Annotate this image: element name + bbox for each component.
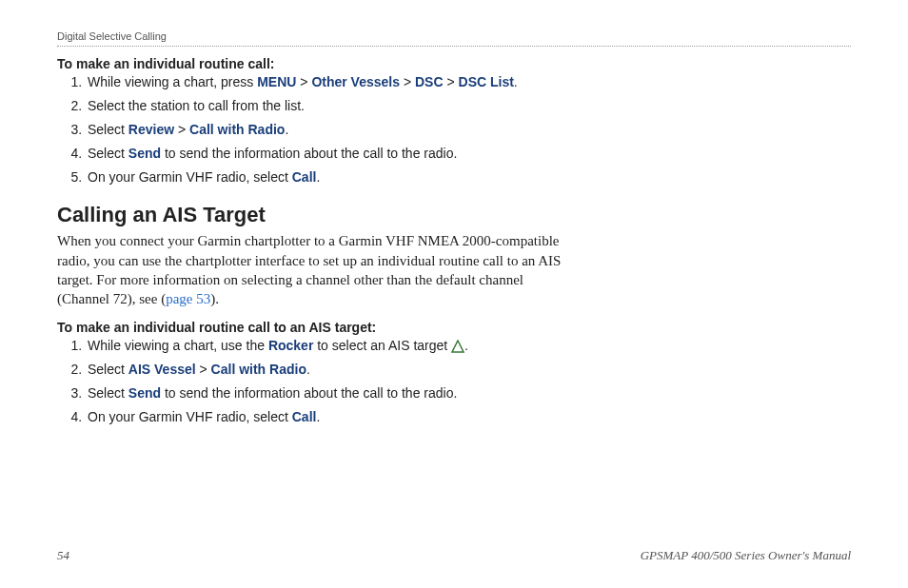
- ais-section-title: Calling an AIS Target: [57, 203, 571, 227]
- dsc-list-keyword: DSC List: [459, 74, 514, 89]
- call-with-radio-keyword: Call with Radio: [189, 122, 285, 137]
- ais-step-1: While viewing a chart, use the Rocker to…: [86, 337, 571, 355]
- other-vessels-keyword: Other Vessels: [311, 74, 400, 89]
- step-5: On your Garmin VHF radio, select Call.: [86, 168, 571, 186]
- page-footer: 54 GPSMAP 400/500 Series Owner's Manual: [57, 548, 851, 563]
- ais-vessel-keyword: AIS Vessel: [128, 362, 196, 377]
- ais-paragraph: When you connect your Garmin chartplotte…: [57, 231, 571, 308]
- manual-title: GPSMAP 400/500 Series Owner's Manual: [641, 548, 851, 563]
- menu-keyword: MENU: [257, 74, 296, 89]
- step-1: While viewing a chart, press MENU > Othe…: [86, 73, 571, 91]
- svg-marker-0: [452, 341, 464, 352]
- routine-call-steps: While viewing a chart, press MENU > Othe…: [57, 73, 571, 186]
- step-2: Select the station to call from the list…: [86, 97, 571, 115]
- header-section-label: Digital Selective Calling: [57, 30, 167, 42]
- ais-call-heading: To make an individual routine call to an…: [57, 320, 571, 335]
- ais-step-4: On your Garmin VHF radio, select Call.: [86, 408, 571, 426]
- ais-call-steps: While viewing a chart, use the Rocker to…: [57, 337, 571, 426]
- call-keyword-2: Call: [292, 409, 317, 424]
- dsc-keyword: DSC: [415, 74, 444, 89]
- ais-step-3: Select Send to send the information abou…: [86, 384, 571, 402]
- call-with-radio-keyword-2: Call with Radio: [211, 362, 306, 377]
- call-keyword: Call: [292, 169, 317, 185]
- ais-target-icon: [451, 340, 464, 353]
- routine-call-heading: To make an individual routine call:: [57, 56, 571, 71]
- rocker-keyword: Rocker: [268, 338, 313, 353]
- send-keyword: Send: [128, 146, 161, 161]
- step-4: Select Send to send the information abou…: [86, 145, 571, 163]
- send-keyword-2: Send: [128, 385, 161, 401]
- review-keyword: Review: [128, 122, 174, 137]
- page-53-link[interactable]: page 53: [166, 291, 210, 306]
- page-header: Digital Selective Calling: [57, 27, 851, 47]
- step-3: Select Review > Call with Radio.: [86, 121, 571, 139]
- ais-step-2: Select AIS Vessel > Call with Radio.: [86, 361, 571, 379]
- main-content: To make an individual routine call: Whil…: [57, 56, 571, 426]
- page-number: 54: [57, 548, 69, 563]
